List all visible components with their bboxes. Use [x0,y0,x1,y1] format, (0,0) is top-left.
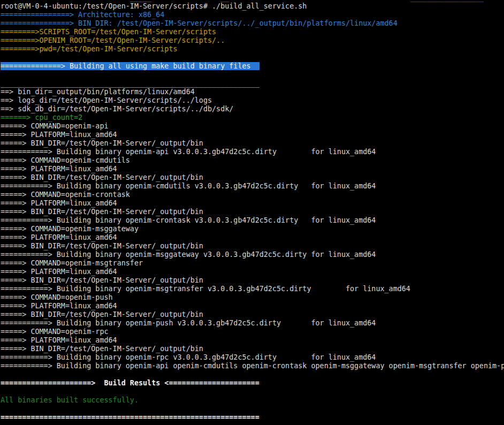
bindir-line: =====> BIN_DIR=/test/Open-IM-Server/_out… [1,345,504,353]
terminal-output: _____ __ _________________root@VM-0-4-ub… [0,0,504,422]
text-segment [1,0,130,2]
command-line: =====> COMMAND=openim-cmdutils [1,156,504,165]
bindir-line: =====> BIN_DIR=/test/Open-IM-Server/_out… [1,173,504,182]
command-line: =====> COMMAND=openim-rpc [1,328,504,336]
building-all-line: ===========> Building binary openim-api … [1,362,504,370]
building-line: ===========> Building binary openim-cron… [1,216,504,225]
platform-line: =====> PLATFORM=linux_amd64 [1,268,504,276]
command-line: =====> COMMAND=openim-api [1,122,504,131]
platform-line: =====> PLATFORM=linux_amd64 [1,165,504,173]
frag-green-segment: __ [220,0,229,2]
pwd-line: ========>pwd=/test/Open-IM-Server/script… [1,45,504,54]
logs-dir-var-line: ==> logs_dir=/test/Open-IM-Server/script… [1,96,504,105]
scripts-root-line: ========>SCRIPTS_ROOT=/test/Open-IM-Serv… [1,28,504,36]
bindir-line: =====> BIN_DIR=/test/Open-IM-Server/_out… [1,242,504,251]
building-line: ===========> Building binary openim-push… [1,319,504,328]
separator-underscore-line: ________________________________________… [1,79,504,88]
blank-line [1,54,504,62]
sdk-db-dir-var-line: ==> sdk_db_dir=/test/Open-IM-Server/scri… [1,105,504,113]
bindir-line: =====> BIN_DIR=/test/Open-IM-Server/_out… [1,139,504,148]
blank-line [1,370,504,379]
bindir-line: =====> BIN_DIR=/test/Open-IM-Server/_out… [1,208,504,216]
platform-line: =====> PLATFORM=linux_amd64 [1,199,504,208]
frag-green-segment: _____ [130,0,151,2]
command-line: =====> COMMAND=openim-msggateway [1,225,504,233]
platform-line: =====> PLATFORM=linux_amd64 [1,233,504,242]
build-results-line: =====================> Build Results <==… [1,379,504,388]
blank-line [1,388,504,396]
shell-prompt-line: root@VM-0-4-ubuntu:/test/Open-IM-Server/… [1,2,504,11]
platform-line: =====> PLATFORM=linux_amd64 [1,131,504,139]
build-banner-line: ==============> Building all using make … [1,62,504,71]
text-segment [229,0,410,2]
bindir-line: =====> BIN_DIR=/test/Open-IM-Server/_out… [1,276,504,285]
cpu-count-line: ======> cpu_count=2 [1,113,504,122]
terminal-screen: _____ __ _________________root@VM-0-4-ub… [0,0,504,425]
building-line: ===========> Building binary openim-rpc … [1,353,504,362]
text-segment [151,0,220,2]
bin-dir-var-line: ==> bin_dir=_output/bin/platforms/linux/… [1,88,504,96]
command-line: =====> COMMAND=openim-msgtransfer [1,259,504,268]
bindir-line: ================> BIN_DIR: /test/Open-IM… [1,19,504,28]
building-line: ===========> Building binary openim-msgg… [1,251,504,259]
frag-blue-segment: _________________ [410,0,484,2]
command-line: =====> COMMAND=openim-crontask [1,191,504,199]
building-line: ===========> Building binary openim-msgt… [1,285,504,293]
architecture-line: ================> Architecture: x86_64 [1,11,504,19]
blank-line [1,71,504,79]
platform-line: =====> PLATFORM=linux_amd64 [1,336,504,345]
banner-segment: ==============> Building all using make … [1,62,259,70]
building-line: ===========> Building binary openim-cmdu… [1,182,504,191]
success-line: All binaries built successfully. [1,396,504,405]
bindir-line: =====> BIN_DIR=/test/Open-IM-Server/_out… [1,310,504,319]
openim-root-line: ========>OPENIM_ROOT=/test/Open-IM-Serve… [1,36,504,45]
building-line: ===========> Building binary openim-api … [1,148,504,156]
platform-line: =====> PLATFORM=linux_amd64 [1,302,504,310]
bottom-separator-line: ========================================… [1,413,504,422]
command-line: =====> COMMAND=openim-push [1,293,504,302]
blank-line [1,405,504,413]
